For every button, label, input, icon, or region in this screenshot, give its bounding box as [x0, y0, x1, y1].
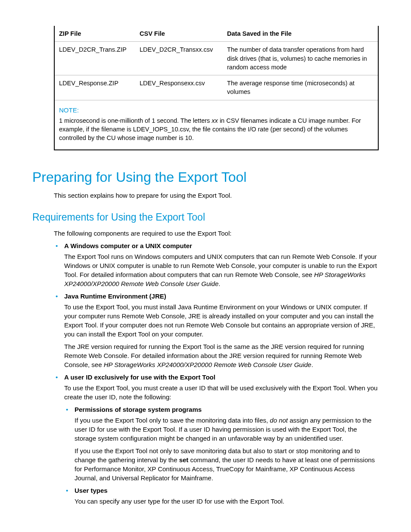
requirements-intro: The following components are required to…	[54, 229, 379, 238]
requirements-list: A Windows computer or a UNIX computer Th…	[54, 241, 379, 506]
text-seg: If you use the Export Tool only to save …	[75, 417, 270, 424]
preparing-intro: This section explains how to prepare for…	[54, 191, 379, 200]
sub-title: User types	[75, 486, 379, 495]
req-text: To use the Export Tool, you must create …	[64, 383, 379, 401]
document-page: ZIP File CSV File Data Saved in the File…	[0, 0, 411, 532]
table-header-row: ZIP File CSV File Data Saved in the File	[54, 26, 378, 42]
cell-zip: LDEV_D2CR_Trans.ZIP	[54, 42, 135, 75]
table-row: LDEV_Response.ZIP LDEV_Responsexx.csv Th…	[54, 75, 378, 100]
table-note-row: NOTE: 1 microsecond is one-millionth of …	[54, 100, 378, 149]
req-item-jre: Java Runtime Environment (JRE) To use th…	[54, 292, 379, 369]
note-xx: xx	[212, 117, 218, 124]
heading-preparing: Preparing for Using the Export Tool	[32, 168, 379, 187]
sub-text: You can specify any user type for the us…	[75, 497, 379, 506]
note-pre: 1 microsecond is one-millionth of 1 seco…	[59, 117, 212, 124]
cell-zip: LDEV_Response.ZIP	[54, 75, 135, 100]
sub-text: If you use the Export Tool only to save …	[75, 416, 379, 443]
req-title: A user ID exclusively for use with the E…	[64, 373, 379, 382]
note-text: 1 microsecond is one-millionth of 1 seco…	[59, 116, 374, 143]
req-text: To use the Export Tool, you must install…	[64, 302, 379, 339]
sub-item-usertypes: User types You can specify any user type…	[64, 486, 379, 506]
text-seg: .	[218, 280, 220, 287]
cell-csv: LDEV_D2CR_Transxx.csv	[135, 42, 223, 75]
req-item-userid: A user ID exclusively for use with the E…	[54, 373, 379, 506]
req-item-computer: A Windows computer or a UNIX computer Th…	[54, 241, 379, 288]
note-label: NOTE:	[59, 106, 374, 115]
do-not-italic: do not	[270, 417, 288, 424]
text-seg: .	[311, 361, 313, 368]
set-bold: set	[179, 456, 189, 464]
cell-desc: The average response time (microseconds)…	[223, 75, 378, 100]
col-header-zip: ZIP File	[54, 26, 135, 42]
sub-title: Permissions of storage system programs	[75, 405, 379, 414]
cell-desc: The number of data transfer operations f…	[223, 42, 378, 75]
file-table: ZIP File CSV File Data Saved in the File…	[54, 26, 379, 150]
table-row: LDEV_D2CR_Trans.ZIP LDEV_D2CR_Transxx.cs…	[54, 42, 378, 75]
sub-item-permissions: Permissions of storage system programs I…	[64, 405, 379, 482]
req-text: The JRE version required for running the…	[64, 342, 379, 369]
userid-sublist: Permissions of storage system programs I…	[64, 405, 379, 506]
req-title: Java Runtime Environment (JRE)	[64, 292, 379, 301]
sub-text: If you use the Export Tool not only to s…	[75, 446, 379, 482]
req-text: The Export Tool runs on Windows computer…	[64, 252, 379, 288]
heading-requirements: Requirements for Using the Export Tool	[32, 210, 379, 224]
cell-csv: LDEV_Responsexx.csv	[135, 75, 223, 100]
req-title: A Windows computer or a UNIX computer	[64, 241, 379, 250]
col-header-csv: CSV File	[135, 26, 223, 42]
doc-title-italic: HP StorageWorks XP24000/XP20000 Remote W…	[104, 361, 311, 368]
col-header-desc: Data Saved in the File	[223, 26, 378, 42]
